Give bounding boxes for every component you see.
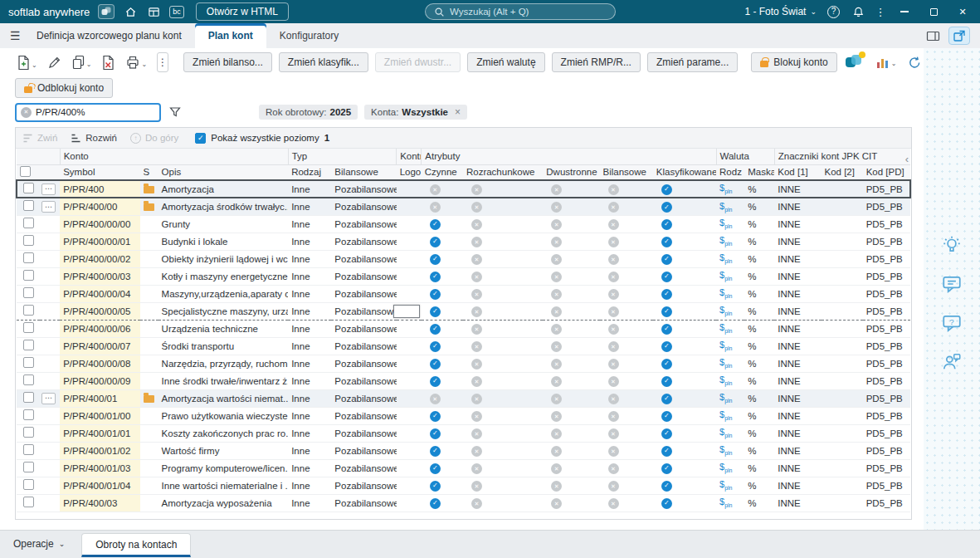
toolbar-action-button[interactable]: Zmień RMP/R... (552, 52, 641, 72)
toolbar-action-button[interactable]: Zmień parame... (647, 52, 738, 72)
toolbar-action-button[interactable]: Zmień bilanso... (183, 52, 272, 72)
suggestions-idea-icon[interactable] (939, 232, 964, 257)
row-checkbox[interactable] (23, 218, 34, 228)
column-header[interactable]: Klasyfikowane (653, 164, 716, 180)
feedback-chat-icon[interactable] (939, 272, 964, 296)
row-checkbox[interactable] (23, 287, 34, 298)
row-checkbox[interactable] (23, 409, 34, 420)
contact-support-icon[interactable] (939, 350, 964, 374)
column-header[interactable]: Rodzaj (288, 164, 331, 180)
account-row[interactable]: P/PR/400/00/08Narzędzia, przyrządy, ruch… (17, 355, 910, 372)
unlock-account-button[interactable]: Odblokuj konto (15, 78, 113, 98)
bc-icon[interactable]: bc (169, 6, 184, 18)
operations-button[interactable]: Operacje ⌄ (8, 538, 70, 558)
account-row[interactable]: P/PR/400/00/09Inne środki trwałe/inwenta… (17, 372, 910, 389)
account-row[interactable]: P/PR/400/00/07Środki transportuInnePozab… (17, 337, 910, 355)
column-header[interactable]: Kod [PD] (863, 164, 910, 180)
tab-plan-kont[interactable]: Plan kont (195, 23, 266, 48)
column-header[interactable]: Bilansowe (600, 164, 653, 180)
account-row[interactable]: ⋯P/PR/400AmortyzacjaInnePozabilansowe✕✕✕… (17, 180, 910, 198)
collapse-columns-icon[interactable]: ‹ (905, 153, 909, 165)
row-checkbox[interactable] (23, 340, 34, 350)
filter-chip[interactable]: Konta:Wszystkie× (364, 105, 467, 120)
row-checkbox[interactable] (23, 357, 34, 368)
panels-layout-icon[interactable] (926, 30, 940, 42)
account-row[interactable]: P/PR/400/01/01Koszty zakończonych prac r… (17, 424, 910, 442)
company-selector[interactable]: 1 - Foto Świat ⌄ (744, 6, 817, 17)
assistant-icon[interactable] (844, 54, 864, 71)
row-checkbox[interactable] (23, 462, 34, 472)
clear-filter-icon[interactable]: ✕ (21, 107, 32, 118)
account-row[interactable]: P/PR/400/01/00Prawo użytkowania wieczyst… (17, 407, 910, 424)
copy-record-button[interactable]: ⌄ (70, 53, 94, 71)
bottom-tab-obroty-na-kontach[interactable]: Obroty na kontach (81, 533, 191, 557)
row-checkbox[interactable] (23, 235, 34, 246)
print-button[interactable]: ⌄ (124, 53, 149, 71)
select-all-checkbox[interactable] (20, 166, 31, 177)
column-header[interactable]: Bilansowe (331, 164, 396, 180)
account-row[interactable]: P/PR/400/01/02Wartość firmyInnePozabilan… (17, 442, 910, 459)
row-checkbox[interactable] (23, 252, 34, 263)
account-row[interactable]: P/PR/400/00/01Budynki i lokaleInnePozabi… (17, 232, 910, 250)
inline-edit-box[interactable] (393, 305, 420, 318)
symbol-filter-input[interactable] (36, 107, 155, 117)
delete-record-button[interactable] (100, 53, 117, 72)
refresh-icon[interactable] (908, 56, 921, 69)
row-checkbox[interactable] (23, 497, 34, 507)
toolbar-action-button[interactable]: Zmień walutę (467, 52, 544, 72)
row-expander[interactable]: ⋯ (41, 393, 56, 404)
row-expander[interactable]: ⋯ (41, 201, 56, 213)
form-designer-icon[interactable] (948, 27, 970, 45)
remove-filter-icon[interactable]: × (455, 107, 461, 117)
global-search[interactable] (425, 3, 616, 20)
modules-icon[interactable] (146, 4, 161, 19)
help-chat-icon[interactable]: ? (939, 311, 964, 335)
close-button[interactable]: ✕ (953, 2, 972, 21)
column-header[interactable]: Logo (397, 164, 422, 180)
tab-konfiguratory[interactable]: Konfiguratory (266, 23, 352, 48)
account-row[interactable]: P/PR/400/00/03Kotły i maszyny energetycz… (17, 267, 910, 285)
expand-all-button[interactable]: Rozwiń (71, 133, 117, 144)
row-checkbox[interactable] (23, 305, 34, 316)
notifications-bell-icon[interactable] (851, 4, 865, 19)
row-checkbox[interactable] (23, 427, 34, 438)
titlebar-more-icon[interactable]: ⋮ (876, 4, 885, 19)
column-header[interactable]: Maska (744, 164, 774, 180)
account-row[interactable]: P/PR/400/01/03Programy komputerowe/licen… (17, 459, 910, 477)
row-checkbox[interactable] (23, 270, 34, 281)
hamburger-menu-icon[interactable]: ☰ (10, 29, 25, 42)
column-header[interactable]: S (140, 164, 158, 180)
filter-funnel-icon[interactable] (166, 103, 184, 121)
lock-account-button[interactable]: Blokuj konto (751, 52, 836, 72)
row-checkbox[interactable] (23, 200, 34, 211)
show-levels-checkbox[interactable]: ✓ (195, 133, 206, 144)
home-icon[interactable] (123, 4, 138, 19)
row-checkbox[interactable] (23, 374, 34, 385)
row-checkbox[interactable] (23, 322, 34, 333)
account-row[interactable]: P/PR/400/01/04Inne wartości niematerialn… (17, 477, 910, 494)
column-header[interactable]: Rodz (716, 164, 744, 180)
account-row[interactable]: P/PR/400/00/06Urządzenia techniczneInneP… (17, 320, 910, 337)
row-checkbox[interactable] (23, 444, 34, 455)
minimize-button[interactable] (895, 2, 914, 21)
open-in-html-button[interactable]: Otwórz w HTML (196, 2, 289, 21)
account-row[interactable]: P/PR/400/03Amortyzacja wyposażeniaInnePo… (17, 494, 910, 512)
column-header[interactable]: Rozrachunkowe (463, 164, 543, 180)
column-header[interactable]: Kod [1] (774, 164, 821, 180)
maximize-button[interactable] (924, 2, 943, 21)
column-header[interactable]: Czynne (422, 164, 463, 180)
analysis-chart-icon[interactable]: ⌄ (875, 56, 897, 69)
account-row[interactable]: P/PR/400/00/02Obiekty inżynierii lądowej… (17, 250, 910, 267)
column-header[interactable]: Opis (158, 164, 289, 180)
edit-record-button[interactable] (46, 53, 63, 71)
filter-chip[interactable]: Rok obrotowy:2025 (259, 105, 358, 120)
account-row[interactable]: ⋯P/PR/400/01Amortyzacja wartości niemat.… (17, 389, 910, 407)
toolbar-more-icon[interactable]: ⋮ (157, 52, 168, 72)
new-record-button[interactable]: ⌄ (15, 53, 39, 72)
account-row[interactable]: P/PR/400/00/05Specjalistyczne maszyny, u… (17, 302, 910, 320)
global-search-input[interactable] (450, 7, 607, 17)
help-icon[interactable]: ? (827, 6, 840, 18)
account-row[interactable]: ⋯P/PR/400/00Amortyzacja środków trwałyc.… (17, 198, 910, 215)
show-all-levels-toggle[interactable]: ✓ Pokaż wszystkie poziomy 1 (195, 133, 329, 144)
row-expander[interactable]: ⋯ (41, 184, 56, 195)
